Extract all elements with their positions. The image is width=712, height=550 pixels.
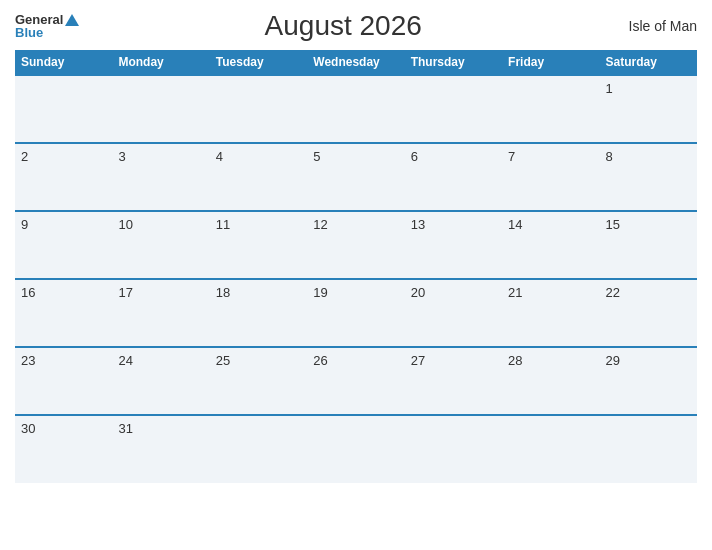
calendar-cell: 7 <box>502 143 599 211</box>
calendar-cell: 5 <box>307 143 404 211</box>
date-number: 13 <box>411 217 425 232</box>
date-number: 9 <box>21 217 28 232</box>
date-number: 21 <box>508 285 522 300</box>
calendar-cell <box>502 415 599 483</box>
calendar-cell: 17 <box>112 279 209 347</box>
date-number: 20 <box>411 285 425 300</box>
week-row-2: 2345678 <box>15 143 697 211</box>
calendar-cell <box>405 75 502 143</box>
calendar-cell: 12 <box>307 211 404 279</box>
calendar-cell: 13 <box>405 211 502 279</box>
calendar-cell: 9 <box>15 211 112 279</box>
date-number: 19 <box>313 285 327 300</box>
calendar-cell: 28 <box>502 347 599 415</box>
calendar-container: General Blue August 2026 Isle of Man Sun… <box>0 0 712 550</box>
calendar-cell: 1 <box>600 75 697 143</box>
calendar-cell: 10 <box>112 211 209 279</box>
header-thursday: Thursday <box>405 50 502 75</box>
calendar-cell: 24 <box>112 347 209 415</box>
calendar-cell: 21 <box>502 279 599 347</box>
calendar-cell: 25 <box>210 347 307 415</box>
date-number: 26 <box>313 353 327 368</box>
logo: General Blue <box>15 13 79 39</box>
date-number: 15 <box>606 217 620 232</box>
calendar-cell: 31 <box>112 415 209 483</box>
calendar-cell: 27 <box>405 347 502 415</box>
calendar-cell: 6 <box>405 143 502 211</box>
header-saturday: Saturday <box>600 50 697 75</box>
calendar-cell: 19 <box>307 279 404 347</box>
calendar-header: General Blue August 2026 Isle of Man <box>15 10 697 42</box>
calendar-cell: 16 <box>15 279 112 347</box>
calendar-cell <box>210 75 307 143</box>
date-number: 8 <box>606 149 613 164</box>
day-header-row: Sunday Monday Tuesday Wednesday Thursday… <box>15 50 697 75</box>
calendar-cell: 22 <box>600 279 697 347</box>
date-number: 14 <box>508 217 522 232</box>
date-number: 18 <box>216 285 230 300</box>
calendar-cell <box>307 415 404 483</box>
region-label: Isle of Man <box>607 18 697 34</box>
date-number: 30 <box>21 421 35 436</box>
calendar-cell: 11 <box>210 211 307 279</box>
date-number: 12 <box>313 217 327 232</box>
week-row-3: 9101112131415 <box>15 211 697 279</box>
calendar-cell: 2 <box>15 143 112 211</box>
calendar-cell: 26 <box>307 347 404 415</box>
calendar-cell: 23 <box>15 347 112 415</box>
week-row-4: 16171819202122 <box>15 279 697 347</box>
calendar-cell <box>15 75 112 143</box>
date-number: 5 <box>313 149 320 164</box>
week-row-5: 23242526272829 <box>15 347 697 415</box>
calendar-cell <box>502 75 599 143</box>
calendar-cell: 14 <box>502 211 599 279</box>
date-number: 24 <box>118 353 132 368</box>
week-row-1: 1 <box>15 75 697 143</box>
calendar-cell <box>112 75 209 143</box>
header-tuesday: Tuesday <box>210 50 307 75</box>
calendar-cell: 4 <box>210 143 307 211</box>
logo-triangle-icon <box>65 14 79 26</box>
calendar-cell: 30 <box>15 415 112 483</box>
week-row-6: 3031 <box>15 415 697 483</box>
calendar-cell: 18 <box>210 279 307 347</box>
date-number: 28 <box>508 353 522 368</box>
calendar-cell: 20 <box>405 279 502 347</box>
header-wednesday: Wednesday <box>307 50 404 75</box>
date-number: 4 <box>216 149 223 164</box>
calendar-cell: 15 <box>600 211 697 279</box>
date-number: 25 <box>216 353 230 368</box>
logo-blue-text: Blue <box>15 26 43 39</box>
date-number: 16 <box>21 285 35 300</box>
date-number: 23 <box>21 353 35 368</box>
calendar-table: Sunday Monday Tuesday Wednesday Thursday… <box>15 50 697 483</box>
date-number: 29 <box>606 353 620 368</box>
header-monday: Monday <box>112 50 209 75</box>
date-number: 7 <box>508 149 515 164</box>
date-number: 3 <box>118 149 125 164</box>
calendar-cell <box>600 415 697 483</box>
date-number: 17 <box>118 285 132 300</box>
date-number: 11 <box>216 217 230 232</box>
calendar-cell: 29 <box>600 347 697 415</box>
calendar-cell: 3 <box>112 143 209 211</box>
calendar-cell <box>307 75 404 143</box>
date-number: 1 <box>606 81 613 96</box>
calendar-cell: 8 <box>600 143 697 211</box>
date-number: 6 <box>411 149 418 164</box>
date-number: 2 <box>21 149 28 164</box>
date-number: 31 <box>118 421 132 436</box>
calendar-cell <box>210 415 307 483</box>
date-number: 22 <box>606 285 620 300</box>
calendar-cell <box>405 415 502 483</box>
month-title: August 2026 <box>79 10 607 42</box>
header-sunday: Sunday <box>15 50 112 75</box>
date-number: 27 <box>411 353 425 368</box>
date-number: 10 <box>118 217 132 232</box>
calendar-body: 1234567891011121314151617181920212223242… <box>15 75 697 483</box>
header-friday: Friday <box>502 50 599 75</box>
